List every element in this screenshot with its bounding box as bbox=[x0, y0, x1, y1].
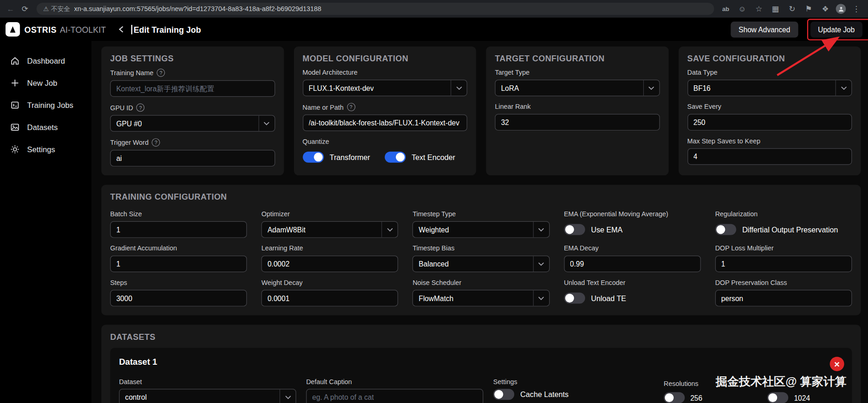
dataset-col-1: Dataset control Control Dataset? control bbox=[119, 372, 296, 403]
dop-loss-multiplier-input[interactable] bbox=[715, 255, 852, 272]
optimizer-label: Optimizer bbox=[261, 210, 290, 218]
use-ema-toggle[interactable] bbox=[564, 224, 585, 235]
update-job-button[interactable]: Update Job bbox=[810, 21, 862, 37]
ema-decay-input[interactable] bbox=[564, 255, 701, 272]
sidebar-item-new-job[interactable]: New Job bbox=[0, 72, 91, 94]
cache-latents-toggle[interactable] bbox=[493, 389, 515, 400]
trigger-word-input[interactable] bbox=[110, 150, 275, 166]
field-optimizer: Optimizer AdamW8Bit bbox=[261, 210, 398, 238]
warning-icon: ⚠ bbox=[43, 5, 49, 13]
weight-decay-input[interactable] bbox=[261, 290, 398, 307]
show-advanced-button[interactable]: Show Advanced bbox=[731, 21, 798, 37]
help-icon[interactable]: ? bbox=[347, 103, 355, 111]
linear-rank-label: Linear Rank bbox=[495, 103, 531, 111]
section-title: MODEL CONFIGURATION bbox=[303, 53, 467, 63]
sidebar-item-settings[interactable]: Settings bbox=[0, 138, 91, 160]
field-trigger-word: Trigger Word? bbox=[110, 138, 275, 166]
model-architecture-label: Model Architecture bbox=[303, 69, 358, 77]
section-title: TARGET CONFIGURATION bbox=[495, 53, 659, 63]
model-architecture-select[interactable]: FLUX.1-Kontext-dev bbox=[303, 80, 467, 96]
dop-preservation-class-input[interactable] bbox=[715, 290, 852, 307]
unload-te-toggle[interactable] bbox=[564, 293, 585, 304]
field-dataset: Dataset control bbox=[119, 378, 296, 403]
dataset-1-card: Dataset 1 × Dataset control bbox=[110, 348, 852, 403]
cache-latents-row: Cache Latents bbox=[493, 389, 654, 400]
person-icon bbox=[838, 6, 844, 12]
save-configuration-card: SAVE CONFIGURATION Data Type BF16 Save E… bbox=[678, 47, 861, 176]
address-bar[interactable]: ⚠ 不安全 xn-a.suanjiayun.com:57565/jobs/new… bbox=[36, 3, 714, 15]
timestep-type-select[interactable]: Weighted bbox=[413, 221, 550, 238]
page-back-icon[interactable] bbox=[118, 25, 125, 33]
dop-loss-multiplier-label: DOP Loss Multiplier bbox=[715, 244, 774, 252]
home-icon bbox=[10, 56, 20, 66]
training-name-input[interactable] bbox=[110, 80, 275, 97]
target-type-value: LoRA bbox=[501, 84, 519, 92]
quantize-transformer-row: Transformer bbox=[303, 152, 370, 163]
remove-dataset-button[interactable]: × bbox=[830, 357, 844, 371]
sidebar-item-training-jobs[interactable]: Training Jobs bbox=[0, 94, 91, 116]
name-or-path-input[interactable] bbox=[303, 114, 467, 131]
bookmark-star-icon[interactable]: ☆ bbox=[753, 3, 765, 15]
field-ema: EMA (Exponential Moving Average) Use EMA bbox=[564, 210, 701, 238]
text-encoder-toggle[interactable] bbox=[384, 152, 406, 163]
browser-menu-icon[interactable]: ⋮ bbox=[850, 3, 862, 15]
sidebar-item-dashboard[interactable]: Dashboard bbox=[0, 50, 91, 72]
apps-icon[interactable]: ▦ bbox=[769, 3, 781, 15]
noise-scheduler-select[interactable]: FlowMatch bbox=[413, 290, 550, 307]
history-icon[interactable]: ↻ bbox=[786, 3, 798, 15]
ema-section-label: EMA (Exponential Moving Average) bbox=[564, 210, 668, 218]
field-timestep-type: Timestep Type Weighted bbox=[413, 210, 550, 238]
field-unload-text-encoder: Unload Text Encoder Unload TE bbox=[564, 279, 701, 307]
unload-te-row: Unload TE bbox=[564, 293, 626, 304]
dataset-select[interactable]: control bbox=[119, 389, 296, 403]
learning-rate-input[interactable] bbox=[261, 255, 398, 272]
help-icon[interactable]: ? bbox=[152, 138, 160, 147]
sidebar-item-label: Dashboard bbox=[27, 56, 65, 65]
smiley-icon[interactable]: ☺ bbox=[736, 3, 748, 15]
translate-icon[interactable]: ab bbox=[719, 3, 731, 15]
field-batch-size: Batch Size bbox=[110, 210, 247, 238]
resolution-toggle-256[interactable] bbox=[664, 392, 685, 403]
field-default-caption: Default Caption bbox=[306, 378, 483, 403]
field-linear-rank: Linear Rank bbox=[495, 103, 659, 130]
help-icon[interactable]: ? bbox=[137, 103, 145, 112]
gpu-id-value: GPU #0 bbox=[116, 119, 142, 128]
trigger-word-label: Trigger Word bbox=[110, 138, 149, 146]
dop-toggle-label: Differtial Output Preservation bbox=[742, 225, 838, 234]
profile-avatar[interactable] bbox=[836, 4, 846, 14]
transformer-label: Transformer bbox=[329, 153, 370, 161]
gpu-id-select[interactable]: GPU #0 bbox=[110, 115, 275, 132]
gradient-accumulation-label: Gradient Accumulation bbox=[110, 244, 177, 252]
save-every-input[interactable] bbox=[687, 114, 852, 130]
transformer-toggle[interactable] bbox=[303, 152, 324, 163]
dataset-col-3: Settings Cache Latents Is Regularization bbox=[493, 372, 654, 403]
gradient-accumulation-input[interactable] bbox=[110, 255, 247, 272]
reading-list-icon[interactable]: ⚑ bbox=[802, 3, 814, 15]
field-learning-rate: Learning Rate bbox=[261, 244, 398, 272]
sidebar-item-label: Datasets bbox=[27, 123, 58, 131]
timestep-bias-select[interactable]: Balanced bbox=[413, 255, 550, 272]
noise-scheduler-value: FlowMatch bbox=[419, 294, 453, 302]
sidebar-item-label: Settings bbox=[27, 145, 55, 154]
extensions-icon[interactable]: ❖ bbox=[819, 3, 831, 15]
max-step-saves-input[interactable] bbox=[687, 148, 852, 165]
resolution-toggle-1024[interactable] bbox=[767, 392, 789, 403]
brand-name: OSTRIS bbox=[24, 24, 57, 34]
data-type-select[interactable]: BF16 bbox=[687, 80, 852, 96]
reload-icon[interactable]: ⟳ bbox=[19, 3, 31, 15]
optimizer-select[interactable]: AdamW8Bit bbox=[261, 221, 398, 238]
target-type-select[interactable]: LoRA bbox=[495, 80, 659, 96]
dop-toggle[interactable] bbox=[715, 224, 736, 235]
jobs-icon bbox=[10, 100, 20, 110]
sidebar-item-datasets[interactable]: Datasets bbox=[0, 116, 91, 138]
sidebar: Dashboard New Job Training Jobs Datasets… bbox=[0, 41, 91, 403]
security-chip[interactable]: ⚠ 不安全 bbox=[43, 5, 71, 13]
batch-size-input[interactable] bbox=[110, 221, 247, 238]
timestep-bias-value: Balanced bbox=[419, 260, 449, 268]
dataset-label: Dataset bbox=[119, 378, 142, 385]
help-icon[interactable]: ? bbox=[157, 69, 165, 77]
linear-rank-input[interactable] bbox=[495, 114, 659, 130]
steps-input[interactable] bbox=[110, 290, 247, 307]
back-icon[interactable]: ← bbox=[5, 3, 17, 15]
default-caption-input[interactable] bbox=[306, 389, 483, 403]
